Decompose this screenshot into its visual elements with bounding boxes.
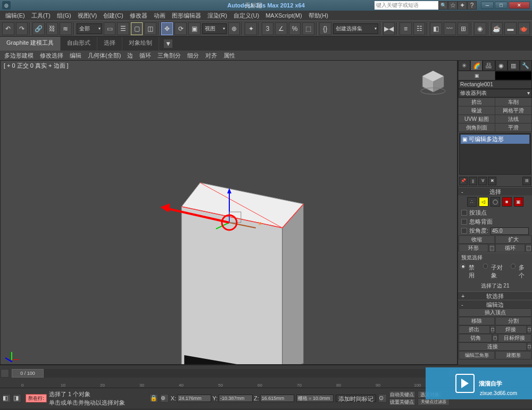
sub-tab-1[interactable]: ▣ (459, 71, 495, 80)
help-icon[interactable]: ? (467, 1, 477, 10)
maximize-button[interactable]: □ (495, 2, 508, 9)
make-unique-icon[interactable]: ∀ (478, 177, 487, 185)
redo-button[interactable]: ↷ (16, 22, 28, 35)
create-shape-button[interactable]: 建图形 (495, 351, 531, 359)
render-setup-button[interactable]: ☕ (491, 22, 503, 35)
modifier-list-drop[interactable]: 修改器列表 (458, 89, 532, 97)
row-label-button[interactable]: 所在行: (26, 394, 47, 403)
slider-prev-icon[interactable] (1, 369, 9, 378)
connect-settings[interactable]: □ (527, 342, 531, 351)
poly-geom[interactable]: 几何体(全部) (88, 52, 121, 60)
curve-editor-button[interactable]: 〰 (444, 22, 456, 35)
unlink-button[interactable]: ⛓ (46, 22, 59, 35)
menu-customize[interactable]: 自定义(U) (230, 12, 262, 20)
script-listener-icon[interactable]: ◧ (2, 394, 11, 403)
ribbon-min-icon[interactable]: ▼ (163, 39, 173, 48)
poly-align[interactable]: 对齐 (205, 52, 217, 60)
motion-tab[interactable]: ◉ (495, 60, 508, 71)
mod-noise[interactable]: 噪波 (459, 106, 495, 114)
chamfer-settings[interactable]: □ (493, 334, 497, 342)
poly-subdiv[interactable]: 细分 (187, 52, 199, 60)
target-weld-button[interactable]: 目标焊接 (498, 334, 531, 342)
selection-filter-drop[interactable]: 全部 (77, 23, 102, 34)
preview-off-radio[interactable] (460, 264, 466, 269)
mod-lathe[interactable]: 车削 (495, 98, 531, 106)
mod-bevel[interactable]: 倒角剖面 (459, 124, 495, 132)
modify-tab[interactable]: 🌈 (470, 60, 483, 71)
spinner-snap-button[interactable]: ⬚ (302, 22, 314, 35)
select-object-button[interactable]: ▭ (104, 22, 116, 35)
schematic-button[interactable]: ⊞ (458, 22, 470, 35)
mod-smooth[interactable]: 平滑 (495, 124, 531, 132)
slider-thumb[interactable]: 0 / 100 (12, 369, 44, 378)
poly-modeling[interactable]: 多边形建模 (4, 52, 34, 60)
viewport-label[interactable]: [ + 0 正交 0 真实 + 边面 ] (4, 62, 69, 70)
ref-coord-drop[interactable]: 视图 (202, 23, 227, 34)
ring-spin[interactable]: ⬚ (489, 244, 495, 252)
select-move-button[interactable]: ✥ (161, 22, 173, 35)
y-coord-input[interactable]: -10.387mm (219, 395, 253, 402)
config-sets-icon[interactable]: ⊞ (522, 177, 531, 185)
bind-spacewarp-button[interactable]: ≋ (60, 22, 72, 35)
shrink-button[interactable]: 收缩 (459, 235, 495, 244)
edit-tri-button[interactable]: 编辑三角形 (459, 351, 495, 359)
softsel-rollout[interactable]: 软选择 (458, 291, 532, 300)
connect-button[interactable]: 连接 (459, 342, 527, 351)
mod-normal[interactable]: 法线 (495, 115, 531, 123)
help-search-input[interactable]: 键入关键字或短语 (375, 1, 438, 10)
poly-tris[interactable]: 三角剖分 (157, 52, 181, 60)
align-button[interactable]: ≡ (400, 22, 412, 35)
menu-create[interactable]: 创建(C) (100, 12, 126, 20)
menu-maxscript[interactable]: MAXScript(M) (262, 12, 305, 19)
select-manipulate-button[interactable]: ✦ (245, 22, 257, 35)
display-tab[interactable]: ▥ (508, 60, 520, 71)
by-vertex-check[interactable] (461, 210, 467, 216)
snap-toggle-button[interactable]: 3 (262, 22, 274, 35)
ring-button[interactable]: 环形 (459, 244, 488, 252)
element-subobj-icon[interactable]: ▣ (514, 197, 523, 207)
named-sel-drop[interactable]: 创建选择集 (333, 23, 378, 34)
window-crossing-button[interactable]: ◫ (144, 22, 156, 35)
weld-button[interactable]: 焊接 (495, 325, 527, 334)
preview-subobj-radio[interactable] (483, 264, 488, 269)
selection-rollout[interactable]: 选择 (458, 187, 532, 195)
edge-subobj-icon[interactable]: ◁ (479, 197, 488, 207)
split-button[interactable]: 分割 (495, 317, 531, 325)
slider-track[interactable]: 0 / 100 (12, 369, 446, 378)
remove-button[interactable]: 移除 (459, 317, 495, 325)
polygon-subobj-icon[interactable]: ■ (502, 197, 512, 207)
viewport[interactable]: [ + 0 正交 0 真实 + 边面 ] x (0, 60, 458, 365)
layers-button[interactable]: ☷ (413, 22, 426, 35)
menu-animation[interactable]: 动画 (151, 12, 169, 20)
poly-loops[interactable]: 循环 (139, 52, 151, 60)
edit-edges-rollout[interactable]: 编辑边 (458, 300, 532, 308)
loop-button[interactable]: 循环 (495, 244, 525, 252)
menu-group[interactable]: 组(G) (54, 12, 74, 20)
comm-center-icon[interactable]: ☆ (448, 1, 458, 10)
edit-named-sel-button[interactable]: {} (319, 22, 331, 35)
ribbon-tab-selection[interactable]: 选择 (97, 37, 122, 51)
poly-props[interactable]: 属性 (223, 52, 235, 60)
ribbon-tab-modeling[interactable]: Graphite 建模工具 (0, 37, 61, 51)
ribbon-tab-freeform[interactable]: 自由形式 (61, 37, 97, 51)
use-center-button[interactable]: ⊕ (228, 22, 240, 35)
mod-meshsmooth[interactable]: 网格平滑 (495, 106, 531, 114)
by-angle-check[interactable] (461, 228, 467, 234)
minimize-button[interactable]: ─ (481, 2, 494, 9)
lock-sel-icon[interactable]: 🔒 (149, 394, 158, 403)
extrude-button[interactable]: 挤出 (459, 325, 490, 334)
remove-mod-icon[interactable]: ✖ (488, 177, 496, 185)
modifier-stack[interactable]: ▣ 可编辑多边形 (459, 133, 531, 175)
grow-button[interactable]: 扩大 (495, 235, 531, 244)
chamfer-button[interactable]: 切角 (459, 334, 492, 342)
insert-vertex-button[interactable]: 插入顶点 (459, 308, 531, 317)
viewcube[interactable] (420, 68, 446, 95)
graphite-button[interactable]: ◧ (430, 22, 442, 35)
utilities-tab[interactable]: 🔧 (520, 60, 532, 71)
add-time-tag[interactable]: 添加时间标记 (336, 395, 376, 402)
isolate-icon[interactable]: ⊙ (378, 394, 387, 403)
render-frame-button[interactable]: ▬ (504, 22, 517, 35)
poly-edges[interactable]: 边 (127, 52, 133, 60)
object-name-input[interactable]: Rectangle001 (458, 80, 532, 89)
menu-views[interactable]: 视图(V) (74, 12, 101, 20)
